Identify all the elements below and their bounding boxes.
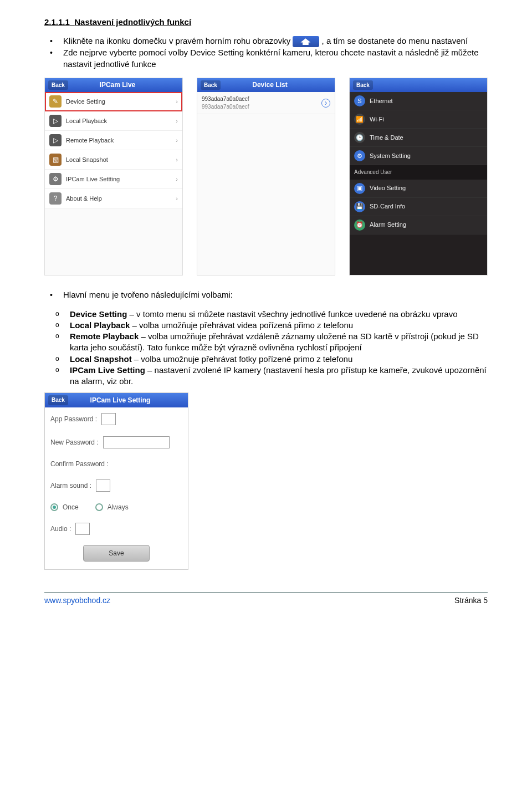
alarm-sound-checkbox[interactable] <box>96 479 110 492</box>
row-audio: Audio : <box>45 517 188 540</box>
menu-label: Local Playback <box>66 117 176 125</box>
row-alarm-mode: Once Always <box>45 497 188 517</box>
label-once: Once <box>63 503 79 512</box>
menu-item-alarm-setting[interactable]: ⏰ Alarm Setting <box>350 216 487 234</box>
menu-item-ethernet[interactable]: S Ethernet <box>350 92 487 110</box>
menu-item-about-help[interactable]: ? About & Help › <box>45 189 182 208</box>
menu-label: Local Snapshot <box>66 156 176 164</box>
label-confirm-password: Confirm Password : <box>50 460 109 468</box>
arrow-right-icon: › <box>321 99 330 108</box>
menu-label: Alarm Setting <box>370 221 483 229</box>
radio-always[interactable] <box>95 503 103 511</box>
bullet-item: Hlavní menu je tvořeno následujícími vol… <box>61 289 488 300</box>
save-button[interactable]: Save <box>83 545 150 562</box>
ipcam-live-setting-panel: Back IPCam Live Setting App Password : N… <box>44 392 188 570</box>
menu-item-local-playback[interactable]: ▷ Local Playback › <box>45 111 182 131</box>
bullet-text-a: Klikněte na ikonku domečku v pravém horn… <box>63 36 293 45</box>
menu-item-sdcard-info[interactable]: 💾 SD-Card Info <box>350 198 487 216</box>
home-icon <box>293 36 319 47</box>
label-always: Always <box>108 503 129 512</box>
sub-bold: Local Playback <box>70 320 130 330</box>
row-app-password: App Password : <box>45 407 188 431</box>
menu-item-device-setting[interactable]: ✎ Device Setting › <box>45 92 182 111</box>
gear-icon: ⚙ <box>354 150 365 161</box>
sub-bullet-device-setting: Device Setting – v tomto menu si můžete … <box>68 309 488 320</box>
footer-page: Stránka 5 <box>454 595 488 606</box>
label-app-password: App Password : <box>50 415 97 424</box>
gear-icon: ⚙ <box>49 173 62 185</box>
heading-number: 2.1.1.1 <box>44 17 70 27</box>
menu-label: Device Setting <box>66 98 176 106</box>
menu-item-ipcam-live-setting[interactable]: ⚙ IPCam Live Settting › <box>45 170 182 189</box>
back-button[interactable]: Back <box>353 80 373 90</box>
menu-label: System Setting <box>370 152 483 160</box>
chevron-right-icon: › <box>176 98 178 106</box>
sub-bold: Remote Playback <box>70 331 139 341</box>
sub-bullet-ipcam-live-setting: IPCam Live Setting – nastavení zvolené I… <box>68 365 488 387</box>
menu-label: IPCam Live Settting <box>66 175 176 183</box>
screenshots-row: Back IPCam Live ✎ Device Setting › ▷ Loc… <box>44 78 488 276</box>
phone-screen-ipcam-live: Back IPCam Live ✎ Device Setting › ▷ Loc… <box>44 78 183 276</box>
section-heading: 2.1.1.1 Nastavení jednotlivých funkcí <box>44 17 488 28</box>
menu-item-remote-playback[interactable]: ▷ Remote Playback › <box>45 131 182 150</box>
menu-label: SD-Card Info <box>370 202 483 211</box>
sub-bold: IPCam Live Setting <box>70 365 145 375</box>
chevron-right-icon: › <box>176 136 178 145</box>
menu-label: Wi-Fi <box>370 115 483 124</box>
clock-icon: 🕒 <box>354 132 365 143</box>
sub-rest: – volba umožnuje přehrávat fotky pořízen… <box>132 354 353 364</box>
menu-item-time-date[interactable]: 🕒 Time & Date <box>350 129 487 147</box>
video-icon: ▣ <box>354 183 365 194</box>
play-icon: ▷ <box>49 115 62 127</box>
label-new-password: New Password : <box>50 438 99 447</box>
sub-bold: Device Setting <box>70 309 127 319</box>
menu-label: Remote Playback <box>66 136 176 145</box>
screen-title: IPCam Live <box>56 80 179 89</box>
wrench-icon: ✎ <box>49 95 62 108</box>
app-password-input[interactable] <box>101 413 116 425</box>
page-footer: www.spyobchod.cz Stránka 5 <box>44 592 488 606</box>
sub-rest: – volba umožňuje přehrávat videa pořízen… <box>130 320 353 330</box>
bullet-item: Zde nejprve vyberte pomocí volby Device … <box>61 47 488 70</box>
question-icon: ? <box>49 192 62 205</box>
sdcard-icon: 💾 <box>354 201 365 212</box>
phone-screen-settings-dark: Back S Ethernet 📶 Wi-Fi 🕒 Time & Date ⚙ … <box>349 78 488 276</box>
chevron-right-icon: › <box>176 175 178 183</box>
phone-screen-device-list: Back Device List 993adaa7a0a0aecf 993ada… <box>197 78 335 276</box>
bullet-item: Klikněte na ikonku domečku v pravém horn… <box>61 35 488 47</box>
phone-titlebar: Back <box>350 78 487 93</box>
device-list-item[interactable]: 993adaa7a0a0aecf 993adaa7a0a0aecf › <box>197 92 335 114</box>
sub-bullet-remote-playback: Remote Playback – volba umožňuje přehráv… <box>68 331 488 354</box>
wifi-icon: 📶 <box>354 114 365 125</box>
menu-label: Time & Date <box>370 134 483 142</box>
bullet-text-b: , a tím se dostanete do menu nastavení <box>322 36 468 45</box>
new-password-input[interactable] <box>103 436 170 448</box>
menu-label: Video Setting <box>370 184 483 192</box>
chevron-right-icon: › <box>176 195 178 203</box>
panel-title: IPCam Live Setting <box>56 396 185 405</box>
footer-url[interactable]: www.spyobchod.cz <box>44 595 110 606</box>
chevron-right-icon: › <box>176 156 178 164</box>
menu-label: Ethernet <box>370 97 483 105</box>
row-confirm-password: Confirm Password : <box>45 454 188 474</box>
device-id-sub: 993adaa7a0a0aecf <box>202 103 249 111</box>
menu-item-system-setting[interactable]: ⚙ System Setting <box>350 147 487 165</box>
row-alarm-sound: Alarm sound : <box>45 474 188 497</box>
menu-label: About & Help <box>66 195 176 203</box>
panel-titlebar: Back IPCam Live Setting <box>45 393 188 407</box>
sub-bold: Local Snapshot <box>70 354 132 364</box>
phone-titlebar: Back Device List <box>197 78 335 93</box>
sub-rest: – v tomto menu si můžete nastavit všechn… <box>127 309 457 319</box>
menu-item-wifi[interactable]: 📶 Wi-Fi <box>350 110 487 129</box>
label-alarm-sound: Alarm sound : <box>50 481 91 490</box>
chevron-right-icon: › <box>176 117 178 125</box>
phone-titlebar: Back IPCam Live <box>45 78 182 93</box>
sub-bullet-local-playback: Local Playback – volba umožňuje přehráva… <box>68 320 488 331</box>
radio-once[interactable] <box>50 503 58 511</box>
alarm-icon: ⏰ <box>354 220 365 231</box>
menu-item-video-setting[interactable]: ▣ Video Setting <box>350 180 487 198</box>
menu-item-local-snapshot[interactable]: ▧ Local Snapshot › <box>45 150 182 170</box>
device-id: 993adaa7a0a0aecf <box>202 95 249 103</box>
play-icon: ▷ <box>49 134 62 146</box>
audio-checkbox[interactable] <box>75 523 90 535</box>
